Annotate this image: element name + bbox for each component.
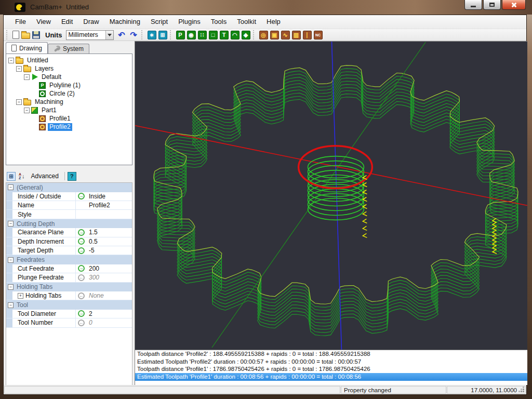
polyline-icon: P xyxy=(39,82,46,89)
property-tool-diameter[interactable]: Tool Diameter→2 xyxy=(6,310,132,318)
tree-item-polyline-1[interactable]: PPolyline (1) xyxy=(6,81,132,89)
property-value[interactable]: 1.5 xyxy=(87,229,132,236)
draw-points-icon: ∷ xyxy=(198,31,207,39)
set-value-icon: → xyxy=(78,193,85,200)
log-line[interactable]: Estimated Toolpath 'Profile2' duration :… xyxy=(135,358,527,366)
log-line[interactable]: Estimated Toolpath 'Profile1' duration :… xyxy=(135,373,527,381)
open-file-button[interactable] xyxy=(20,31,31,39)
property-value[interactable]: -5 xyxy=(87,247,132,254)
grid-toggle-button[interactable]: ⊞ xyxy=(157,30,168,40)
window-titlebar[interactable]: CamBam+ Untitled xyxy=(0,0,532,15)
machine-gcode-button[interactable]: NC xyxy=(313,30,324,40)
property-value[interactable]: Inside xyxy=(87,193,132,200)
tree-item-layers[interactable]: −Layers xyxy=(6,64,132,73)
tree-item-part1[interactable]: −Part1 xyxy=(6,106,132,114)
collapse-icon[interactable]: − xyxy=(8,184,14,190)
minimize-button[interactable] xyxy=(464,0,482,10)
machine-pocket-icon: ▣ xyxy=(270,31,279,39)
tree-item-profile1[interactable]: Profile1 xyxy=(6,114,132,123)
machine-3d-profile-button[interactable]: ∣ xyxy=(302,30,313,40)
tree-item-label: Profile2 xyxy=(48,123,72,131)
log-line[interactable]: Toolpath distance 'Profile1' : 1786.9875… xyxy=(135,365,527,373)
resize-grip[interactable] xyxy=(523,391,524,392)
property-value[interactable]: 0 xyxy=(87,319,132,326)
property-value[interactable]: 300 xyxy=(87,274,132,281)
expander-icon[interactable]: − xyxy=(8,58,14,63)
menu-toolkit[interactable]: Toolkit xyxy=(232,15,261,29)
tree-item-circle-2[interactable]: Circle (2) xyxy=(6,89,132,98)
property-target-depth[interactable]: Target Depth→-5 xyxy=(6,246,132,255)
tab-system[interactable]: System xyxy=(48,44,89,54)
menu-file[interactable]: File xyxy=(10,15,31,29)
log-line[interactable]: Toolpath distance 'Profile2' : 188.49555… xyxy=(135,350,527,358)
collapse-icon[interactable]: − xyxy=(8,302,14,308)
property-depth-increment[interactable]: Depth Increment→0.5 xyxy=(6,237,132,246)
toolbar-grip xyxy=(6,30,9,39)
collapse-icon[interactable]: − xyxy=(8,284,14,290)
machine-drill-button[interactable]: ▥ xyxy=(291,30,302,40)
tree-item-machining[interactable]: −Machining xyxy=(6,98,132,106)
machine-pocket-button[interactable]: ▣ xyxy=(269,30,280,40)
expander-icon[interactable]: − xyxy=(24,108,30,113)
draw-text-button[interactable]: T xyxy=(219,30,230,40)
property-value[interactable]: Profile2 xyxy=(87,202,132,209)
menu-tools[interactable]: Tools xyxy=(206,15,232,29)
indent-strip xyxy=(6,210,12,218)
property-value[interactable]: 0.5 xyxy=(87,238,132,245)
expander-icon[interactable]: − xyxy=(16,66,22,72)
advanced-button[interactable]: Advanced xyxy=(31,172,59,180)
sort-arrow-icon: ↓ xyxy=(22,173,25,179)
collapse-icon[interactable]: − xyxy=(8,257,14,263)
expander-icon[interactable]: − xyxy=(16,99,22,105)
redo-button[interactable]: ↷ xyxy=(128,30,140,40)
categorized-button[interactable]: ⊞ xyxy=(7,172,16,181)
property-value[interactable]: None xyxy=(87,292,132,299)
gear-toolpath-level xyxy=(154,78,518,316)
property-cut-feedrate[interactable]: Cut Feedrate→200 xyxy=(6,264,132,273)
menu-machining[interactable]: Machining xyxy=(104,15,145,29)
tree-item-default[interactable]: −Default xyxy=(6,73,132,81)
toolpath-direction-arrow xyxy=(363,219,367,223)
property-inside-outside[interactable]: Inside / Outside→Inside xyxy=(6,192,132,201)
close-button[interactable] xyxy=(502,0,526,10)
property-holding-tabs[interactable]: +Holding Tabs←None xyxy=(6,291,132,300)
draw-rectangle-button[interactable]: □ xyxy=(208,30,219,40)
help-button[interactable]: ? xyxy=(68,172,76,181)
menu-help[interactable]: Help xyxy=(261,15,286,29)
menu-draw[interactable]: Draw xyxy=(78,15,104,29)
alphabetical-sort-button[interactable]: A Z ↓ xyxy=(19,172,25,180)
viewport-3d[interactable] xyxy=(135,41,527,350)
collapse-icon[interactable]: − xyxy=(8,221,14,227)
property-name[interactable]: NameProfile2 xyxy=(6,201,132,210)
menu-view[interactable]: View xyxy=(31,15,56,29)
new-file-button[interactable] xyxy=(11,30,20,39)
property-clearance-plane[interactable]: Clearance Plane→1.5 xyxy=(6,228,132,237)
expander-icon[interactable]: − xyxy=(24,74,30,80)
save-file-button[interactable] xyxy=(31,31,41,39)
draw-circle-button[interactable]: ◉ xyxy=(186,30,197,40)
machine-engrave-icon: ∿ xyxy=(281,31,290,39)
undo-button[interactable]: ↶ xyxy=(116,30,128,40)
draw-arc-button[interactable]: ◠ xyxy=(230,30,241,40)
machine-engrave-button[interactable]: ∿ xyxy=(280,30,291,40)
draw-surface-button[interactable]: ◈ xyxy=(241,30,251,40)
menu-plugins[interactable]: Plugins xyxy=(173,15,206,29)
combo-dropdown-icon[interactable] xyxy=(105,31,113,39)
draw-points-button[interactable]: ∷ xyxy=(197,30,208,40)
machine-profile-button[interactable]: ◎ xyxy=(258,30,269,40)
property-plunge-feedrate[interactable]: Plunge Feedrate←300 xyxy=(6,273,132,282)
tree-item-profile2[interactable]: Profile2 xyxy=(6,123,132,131)
menu-script[interactable]: Script xyxy=(145,15,173,29)
zoom-to-fit-button[interactable]: ∗ xyxy=(147,30,157,40)
draw-polyline-button[interactable]: P xyxy=(175,30,186,40)
units-select[interactable]: Millimeters xyxy=(66,30,114,40)
property-value[interactable]: 200 xyxy=(87,265,132,272)
menu-edit[interactable]: Edit xyxy=(56,15,78,29)
property-style[interactable]: Style xyxy=(6,210,132,219)
expand-icon[interactable]: + xyxy=(18,293,23,299)
maximize-button[interactable] xyxy=(483,0,501,10)
property-value[interactable]: 2 xyxy=(87,310,132,317)
property-tool-number[interactable]: Tool Number←0 xyxy=(6,318,132,327)
tab-drawing[interactable]: Drawing xyxy=(6,42,48,54)
tree-item-untitled[interactable]: −Untitled xyxy=(6,56,132,64)
